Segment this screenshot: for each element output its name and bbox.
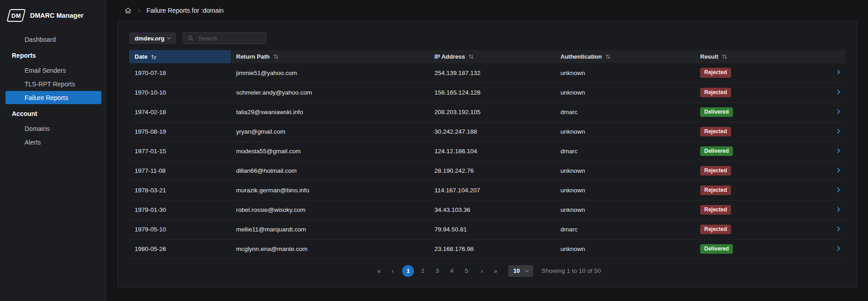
cell-actions [830, 200, 845, 220]
sidebar-item-domains[interactable]: Domains [5, 122, 101, 135]
cell-return-path: jimmie51@yahoo.com [231, 63, 429, 83]
table-row[interactable]: 1978-03-21 murazik.german@bins.info 114.… [129, 181, 845, 200]
cell-result: Rejected [695, 83, 830, 102]
pagination-next-button[interactable]: › [476, 265, 487, 277]
table-row[interactable]: 1974-02-18 talia29@swaniawski.info 208.2… [129, 102, 845, 122]
row-detail-chevron-icon[interactable] [836, 206, 842, 212]
cell-actions [830, 122, 845, 141]
sidebar-item-dashboard[interactable]: Dashboard [5, 33, 101, 46]
row-detail-chevron-icon[interactable] [836, 128, 842, 134]
column-label: Result [700, 53, 718, 60]
app-title: DMARC Manager [30, 12, 84, 19]
sidebar-item-alerts[interactable]: Alerts [5, 135, 101, 149]
table-row[interactable]: 1980-05-26 mcglynn.ena@mante.com 23.168.… [129, 239, 845, 259]
cell-ip-address: 28.190.242.76 [429, 161, 555, 181]
cell-date: 1970-07-18 [129, 63, 231, 83]
column-header-ip-address[interactable]: IP Address [429, 50, 555, 63]
breadcrumb: Failure Reports for :domain [106, 0, 868, 14]
column-label: Return Path [236, 53, 270, 60]
cell-date: 1978-03-21 [129, 181, 231, 200]
table-row[interactable]: 1975-08-19 yryan@gmail.com 30.242.247.18… [129, 122, 845, 141]
table-row[interactable]: 1979-05-10 mellie11@marquardt.com 79.94.… [129, 220, 845, 239]
cell-date: 1977-01-15 [129, 141, 231, 161]
cell-result: Delivered [695, 141, 830, 161]
domain-select[interactable]: dmdev.org [129, 32, 176, 44]
cell-result: Rejected [695, 63, 830, 83]
bell-icon [11, 138, 20, 146]
cell-result: Rejected [695, 220, 830, 239]
table-row[interactable]: 1977-01-15 modesta55@gmail.com 124.12.18… [129, 141, 845, 161]
column-label: Date [135, 53, 147, 60]
column-header-date[interactable]: Date [129, 50, 231, 63]
table-row[interactable]: 1970-07-18 jimmie51@yahoo.com 254.139.18… [129, 63, 845, 83]
status-badge: Rejected [700, 225, 731, 235]
pagination-page-5[interactable]: 5 [460, 265, 472, 277]
failure-reports-card: dmdev.org [117, 21, 857, 287]
cell-authentication: unknown [555, 122, 695, 141]
cell-ip-address: 30.242.247.188 [429, 122, 555, 141]
column-header-actions [830, 50, 845, 63]
cell-authentication: unknown [555, 200, 695, 220]
cell-result: Rejected [695, 181, 830, 200]
rows-icon [11, 125, 20, 133]
status-badge: Rejected [700, 205, 731, 215]
sidebar-item-failure-reports[interactable]: Failure Reports [5, 91, 101, 104]
column-header-authentication[interactable]: Authentication [555, 50, 695, 63]
pagination-prev-button[interactable]: ‹ [387, 265, 398, 277]
pagination: « ‹ 12345 › » 10 Showing 1 to 10 of 50 [129, 265, 845, 277]
cell-return-path: mcglynn.ena@mante.com [231, 239, 429, 259]
cell-return-path: yryan@gmail.com [231, 122, 429, 141]
row-detail-chevron-icon[interactable] [836, 187, 842, 193]
cell-return-path: schmeler.andy@yahoo.com [231, 83, 429, 102]
cell-ip-address: 79.94.50.81 [429, 220, 555, 239]
row-detail-chevron-icon[interactable] [836, 148, 842, 154]
row-detail-chevron-icon[interactable] [836, 167, 842, 173]
cell-return-path: murazik.german@bins.info [231, 181, 429, 200]
pagination-page-4[interactable]: 4 [446, 265, 458, 277]
cell-result: Rejected [695, 161, 830, 181]
table-row[interactable]: 1977-11-08 dillan66@hotmail.com 28.190.2… [129, 161, 845, 181]
page-size-select[interactable]: 10 [508, 265, 533, 277]
search-box [182, 32, 267, 44]
row-detail-chevron-icon[interactable] [836, 246, 842, 251]
cell-actions [830, 220, 845, 239]
row-detail-chevron-icon[interactable] [836, 89, 842, 95]
search-input[interactable] [197, 35, 262, 42]
cell-actions [830, 161, 845, 181]
status-badge: Rejected [700, 88, 731, 98]
chevron-down-icon [166, 35, 172, 41]
chart-bar-icon [11, 66, 20, 75]
column-header-result[interactable]: Result [695, 50, 830, 63]
column-header-return-path[interactable]: Return Path [231, 50, 429, 63]
sidebar-nav: Dashboard Reports Email Senders [0, 33, 106, 149]
sidebar-section-reports: Reports [0, 46, 106, 63]
cell-ip-address: 114.167.104.207 [429, 181, 555, 200]
status-badge: Delivered [700, 244, 733, 254]
sidebar-item-email-senders[interactable]: Email Senders [5, 64, 101, 77]
table-row[interactable]: 1970-10-10 schmeler.andy@yahoo.com 156.1… [129, 83, 845, 102]
cell-actions [830, 141, 845, 161]
cell-ip-address: 34.43.103.36 [429, 200, 555, 220]
cell-return-path: modesta55@gmail.com [231, 141, 429, 161]
cell-ip-address: 156.165.124.128 [429, 83, 555, 102]
status-badge: Delivered [700, 107, 733, 117]
cell-return-path: talia29@swaniawski.info [231, 102, 429, 122]
page-size-value: 10 [513, 267, 520, 274]
column-label: IP Address [434, 53, 465, 60]
pagination-first-button[interactable]: « [373, 265, 384, 277]
cell-return-path: dillan66@hotmail.com [231, 161, 429, 181]
home-breadcrumb-icon[interactable] [124, 7, 132, 15]
sidebar: DM DMARC Manager Dashboard Reports [0, 0, 106, 301]
cell-actions [830, 63, 845, 83]
pagination-page-1[interactable]: 1 [402, 265, 414, 277]
pagination-page-3[interactable]: 3 [431, 265, 443, 277]
row-detail-chevron-icon[interactable] [836, 69, 842, 75]
domain-select-value: dmdev.org [135, 35, 165, 42]
pagination-last-button[interactable]: » [490, 265, 501, 277]
pagination-page-2[interactable]: 2 [417, 265, 429, 277]
row-detail-chevron-icon[interactable] [836, 226, 842, 232]
sidebar-item-tls-rpt-reports[interactable]: TLS-RPT Reports [5, 77, 101, 90]
table-row[interactable]: 1979-01-30 robel.rossie@wisoky.com 34.43… [129, 200, 845, 220]
row-detail-chevron-icon[interactable] [836, 109, 842, 115]
pagination-summary: Showing 1 to 10 of 50 [541, 267, 601, 274]
